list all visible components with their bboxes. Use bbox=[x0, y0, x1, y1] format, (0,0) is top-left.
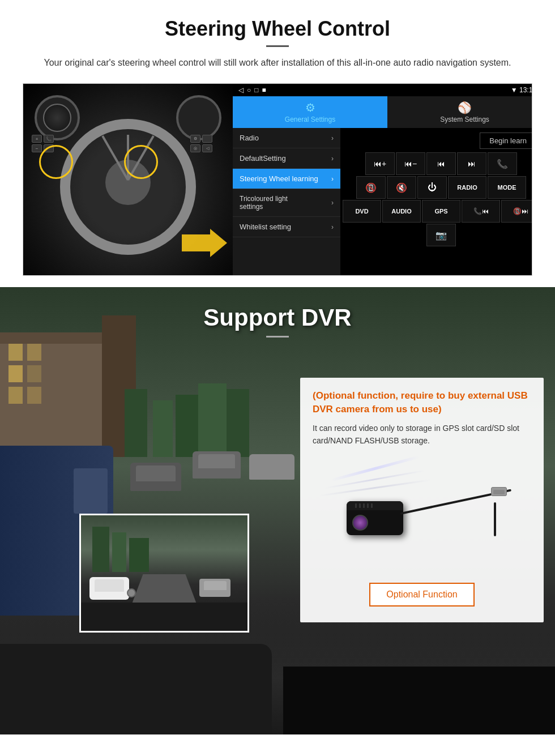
status-time: 13:13 bbox=[519, 86, 532, 94]
menu-whitelist-label: Whitelist setting bbox=[240, 223, 291, 231]
ss-tree-1 bbox=[92, 527, 109, 572]
system-settings-icon: ⚾ bbox=[458, 101, 472, 114]
highlight-circle-left bbox=[39, 145, 73, 179]
vents bbox=[355, 503, 373, 508]
usb-plug bbox=[491, 487, 507, 496]
dvr-info-box: (Optional function, require to buy exter… bbox=[300, 378, 544, 622]
controls-row-2: 📵 🔇 ⏻ RADIO MODE bbox=[343, 176, 532, 199]
tab-system-label: System Settings bbox=[440, 116, 489, 123]
android-main: Radio › DefaultSetting › Steering Wheel … bbox=[233, 128, 532, 275]
chevron-icon-2: › bbox=[331, 155, 334, 163]
tree-3 bbox=[176, 395, 201, 457]
call-prev-btn[interactable]: 📞⏮ bbox=[462, 200, 500, 223]
next-btn[interactable]: ⏭ bbox=[457, 152, 486, 175]
windows bbox=[8, 344, 41, 404]
menu-tricoloured-label: Tricoloured lightsettings bbox=[240, 195, 288, 211]
screenshot-icon: ■ bbox=[262, 86, 266, 94]
android-tabs: ⚙ General Settings ⚾ System Settings bbox=[233, 96, 532, 128]
call-btn[interactable]: 📞 bbox=[488, 152, 517, 175]
dvr-optional-text: (Optional function, require to buy exter… bbox=[313, 389, 531, 416]
menu-item-whitelist[interactable]: Whitelist setting › bbox=[233, 217, 340, 237]
steering-title: Steering Wheel Control bbox=[23, 17, 532, 41]
hangup-btn[interactable]: 📵 bbox=[356, 176, 386, 199]
android-controls-panel: Begin learn ⏮+ ⏮− ⏮ ⏭ 📞 📵 🔇 ⏻ bbox=[340, 128, 532, 275]
status-bar-right: ▼ 13:13 bbox=[511, 86, 532, 94]
ss-suv bbox=[89, 577, 129, 600]
car-1 bbox=[130, 463, 181, 491]
tree-2 bbox=[153, 400, 173, 457]
controls-row-1: ⏮+ ⏮− ⏮ ⏭ 📞 bbox=[343, 152, 532, 175]
gps-btn[interactable]: GPS bbox=[422, 200, 460, 223]
title-divider bbox=[266, 45, 289, 47]
dashboard-left bbox=[0, 644, 272, 734]
back-icon: ◁ bbox=[238, 86, 244, 94]
signal-icon: ▼ bbox=[511, 86, 519, 94]
mute-btn[interactable]: 🔇 bbox=[387, 176, 416, 199]
android-status-bar: ◁ ○ □ ■ ▼ 13:13 bbox=[233, 84, 532, 96]
vol-down-btn[interactable]: ⏮− bbox=[396, 152, 425, 175]
steering-subtitle: Your original car's steering wheel contr… bbox=[34, 56, 521, 70]
steering-photo: + 📞 − ⚙ ◎ ◁ bbox=[23, 84, 233, 276]
dvr-camera-body bbox=[347, 501, 403, 535]
chevron-icon: › bbox=[331, 134, 334, 142]
audio-btn[interactable]: AUDIO bbox=[382, 200, 421, 223]
menu-default-label: DefaultSetting bbox=[240, 154, 286, 163]
dvr-section: Support DVR (Optional bbox=[0, 287, 555, 734]
begin-learn-button[interactable]: Begin learn bbox=[480, 133, 532, 149]
dvr-product-image bbox=[313, 456, 531, 569]
dvd-btn[interactable]: DVD bbox=[343, 200, 381, 223]
menu-steering-label: Steering Wheel learning bbox=[240, 174, 318, 183]
menu-item-default-setting[interactable]: DefaultSetting › bbox=[233, 148, 340, 169]
prev-btn[interactable]: ⏮ bbox=[426, 152, 456, 175]
car-3 bbox=[249, 454, 294, 480]
ss-car bbox=[199, 579, 230, 597]
ui-demo-wrapper: + 📞 − ⚙ ◎ ◁ bbox=[23, 83, 532, 276]
dvr-title-divider bbox=[266, 336, 289, 338]
right-button-cluster: ⚙ ◎ ◁ bbox=[190, 135, 212, 152]
ss-tree-3 bbox=[129, 538, 149, 572]
dvr-screenshot-inset bbox=[79, 514, 249, 633]
controls-row-3: DVD AUDIO GPS 📞⏮ 📵⏭ bbox=[343, 200, 532, 223]
tree-5 bbox=[227, 389, 249, 457]
android-ui-panel: ◁ ○ □ ■ ▼ 13:13 ⚙ General Settings ⚾ bbox=[233, 84, 532, 275]
optional-function-wrapper: Optional Function bbox=[313, 578, 531, 611]
dvr-title: Support DVR bbox=[0, 304, 555, 331]
menu-radio-label: Radio bbox=[240, 134, 259, 142]
ss-tree-2 bbox=[112, 532, 126, 572]
car-2 bbox=[193, 451, 241, 479]
power-btn[interactable]: ⏻ bbox=[417, 176, 447, 199]
dvr-description: It can record video only to storage in G… bbox=[313, 422, 531, 447]
home-icon: ○ bbox=[247, 86, 251, 94]
camera-lens bbox=[352, 515, 368, 531]
tree-1 bbox=[125, 389, 147, 457]
hangup-next-btn[interactable]: 📵⏭ bbox=[501, 200, 532, 223]
optional-function-button[interactable]: Optional Function bbox=[369, 583, 474, 606]
camera-btn[interactable]: 📷 bbox=[426, 224, 456, 246]
recents-icon: □ bbox=[254, 86, 258, 94]
gear-icon: ⚙ bbox=[305, 101, 315, 114]
chevron-icon-3: › bbox=[331, 175, 334, 183]
steering-photo-bg: + 📞 − ⚙ ◎ ◁ bbox=[23, 84, 233, 276]
light-beam-2 bbox=[325, 470, 425, 489]
menu-item-radio[interactable]: Radio › bbox=[233, 128, 340, 148]
menu-item-steering-wheel[interactable]: Steering Wheel learning › bbox=[233, 169, 340, 189]
begin-learn-row: Begin learn bbox=[343, 130, 532, 151]
vol-up-btn[interactable]: ⏮+ bbox=[365, 152, 395, 175]
tab-system-settings[interactable]: ⚾ System Settings bbox=[387, 96, 532, 128]
ss-dashboard bbox=[81, 603, 247, 631]
tree-4 bbox=[198, 383, 227, 457]
chevron-icon-5: › bbox=[331, 223, 334, 231]
menu-item-tricoloured[interactable]: Tricoloured lightsettings › bbox=[233, 189, 340, 217]
dashboard-right bbox=[283, 667, 555, 734]
mode-btn[interactable]: MODE bbox=[488, 176, 526, 199]
tab-general-settings[interactable]: ⚙ General Settings bbox=[233, 96, 387, 128]
controls-row-4: 📷 bbox=[343, 224, 532, 246]
svg-marker-0 bbox=[182, 229, 227, 257]
android-menu: Radio › DefaultSetting › Steering Wheel … bbox=[233, 128, 340, 275]
tab-general-label: General Settings bbox=[285, 116, 335, 123]
dvr-screenshot-bg bbox=[81, 515, 247, 631]
speedometer-left bbox=[35, 95, 80, 140]
radio-btn[interactable]: RADIO bbox=[448, 176, 486, 199]
highlight-circle-right bbox=[124, 145, 158, 179]
chevron-icon-4: › bbox=[331, 199, 334, 207]
